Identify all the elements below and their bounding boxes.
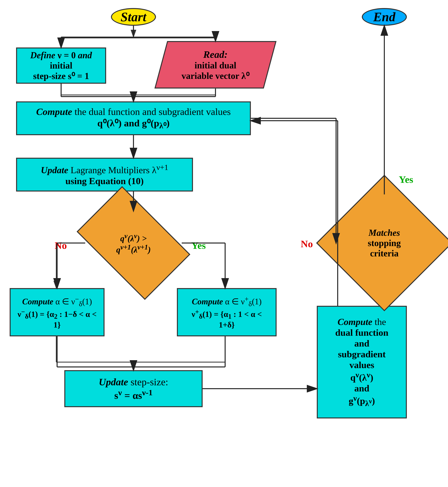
compute2-line5: values (335, 360, 388, 370)
compute1-node: Compute the dual function and subgradien… (16, 101, 251, 135)
end-label: End (373, 10, 395, 24)
compute-neg-line2: ν−δ(1) = {α2 : 1−δ < α < 1} (16, 308, 99, 330)
yes-label-matches: Yes (399, 174, 413, 185)
update-step-line2: sν = αsν-1 (99, 388, 168, 401)
start-label: Start (120, 10, 146, 24)
no-label-diamond1: No (55, 240, 67, 251)
compute-pos-line1: Compute α ∈ ν+δ(1) (183, 295, 271, 308)
compute1-line2: q⁰(λ⁰) and g⁰(pλ⁰) (36, 117, 231, 130)
update-step-node: Update step-size: sν = αsν-1 (64, 370, 203, 407)
update-lm-line1: Update Lagrange Multipliers λν+1 (41, 163, 168, 175)
compute-pos-line2: ν+δ(1) = {α1 : 1 < α < 1+δ} (183, 308, 271, 330)
flowchart: Start End Define ν = 0 and initial step-… (0, 0, 448, 487)
compute2-line7: and (335, 383, 388, 394)
compute-neg-line1: Compute α ∈ ν−δ(1) (16, 295, 99, 308)
matches-diamond: Matches stopping criteria (336, 195, 432, 291)
define-line2: step-size s⁰ = 1 (22, 71, 100, 81)
no-label-matches: No (301, 238, 313, 250)
compute2-line1: Compute the (335, 316, 388, 327)
update-lm-line2: using Equation (10) (41, 176, 168, 186)
compute2-node: Compute the dual function and subgradien… (317, 306, 407, 418)
compute2-line8: gν(pλν) (335, 394, 388, 408)
compute2-line4: subgradient (335, 349, 388, 360)
compute2-line6: qν(λν) (335, 370, 388, 383)
diamond1-node: qν(λν) > qν+1(λν+1) (85, 211, 182, 275)
end-node: End (362, 8, 407, 26)
yes-label-diamond1: Yes (191, 240, 206, 251)
update-step-line1: Update step-size: (99, 376, 168, 388)
compute1-line1: Compute the dual function and subgradien… (36, 106, 231, 117)
define-node: Define ν = 0 and initial step-size s⁰ = … (16, 48, 106, 84)
compute2-line3: and (335, 338, 388, 349)
compute-neg-node: Compute α ∈ ν−δ(1) ν−δ(1) = {α2 : 1−δ < … (10, 288, 104, 336)
update-lm-node: Update Lagrange Multipliers λν+1 using E… (16, 158, 193, 191)
start-node: Start (111, 8, 156, 26)
read-node: Read: initial dual variable vector λ⁰ (161, 41, 270, 89)
compute-pos-node: Compute α ∈ ν+δ(1) ν+δ(1) = {α1 : 1 < α … (177, 288, 277, 336)
compute2-line2: dual function (335, 327, 388, 338)
define-line1: Define ν = 0 and initial (22, 50, 100, 71)
